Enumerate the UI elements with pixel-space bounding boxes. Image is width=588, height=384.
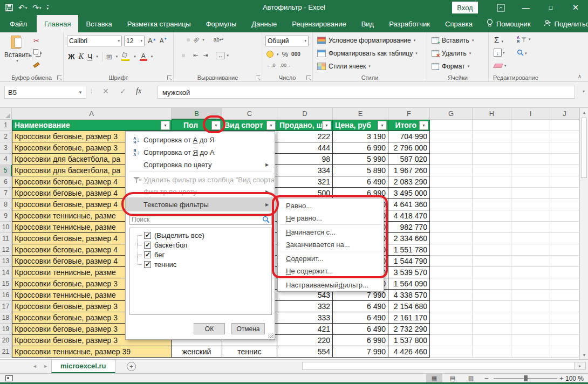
column-header-D[interactable]: D: [277, 108, 333, 120]
zoom-slider-thumb[interactable]: [524, 375, 528, 381]
empty-cell[interactable]: [550, 290, 579, 301]
scroll-right-icon[interactable]: ►: [575, 362, 585, 369]
column-header-E[interactable]: E: [333, 108, 388, 120]
row-header-14[interactable]: 14: [0, 267, 12, 278]
empty-cell[interactable]: [473, 210, 511, 222]
borders-button[interactable]: ⊞: [106, 53, 112, 61]
empty-cell[interactable]: [511, 176, 550, 188]
grid-cell-E17[interactable]: 6 490: [333, 301, 388, 312]
format-painter-icon[interactable]: [33, 60, 39, 68]
next-sheet-icon[interactable]: ►: [43, 364, 48, 369]
grid-cell-D7[interactable]: 500: [277, 188, 333, 199]
macro-record-icon[interactable]: [5, 375, 13, 381]
grid-cell-F2[interactable]: 704 990: [388, 131, 430, 142]
menu-item[interactable]: Фильтр по цвету▶: [126, 186, 274, 198]
row-header-18[interactable]: 18: [0, 312, 12, 324]
submenu-item[interactable]: Не равно...: [278, 212, 383, 224]
submenu-item[interactable]: Заканчивается на...: [278, 238, 383, 251]
empty-cell[interactable]: [511, 142, 550, 154]
grid-cell-E21[interactable]: 7 990: [333, 346, 388, 358]
minimize-button[interactable]: —: [514, 0, 538, 15]
font-dialog-launcher-icon[interactable]: [167, 76, 172, 80]
empty-cell[interactable]: [430, 165, 473, 176]
empty-cell[interactable]: [473, 324, 511, 335]
assistant-tab[interactable]: Помощник: [480, 15, 537, 32]
font-name-combo[interactable]: Calibri▾: [67, 36, 122, 46]
empty-cell[interactable]: [511, 154, 550, 165]
collapse-ribbon-icon[interactable]: ∧: [578, 73, 582, 79]
empty-cell[interactable]: [550, 131, 579, 142]
fill-color-button[interactable]: [121, 53, 130, 61]
empty-cell[interactable]: [430, 222, 473, 233]
zoom-level[interactable]: 100 %: [565, 375, 584, 382]
grid-cell-F12[interactable]: 1 551 780: [388, 244, 430, 256]
row-header-1[interactable]: 1: [0, 120, 12, 131]
grid-cell-B21[interactable]: женский: [172, 346, 222, 358]
grid-cell-D5[interactable]: 334: [277, 165, 333, 176]
row-header-2[interactable]: 2: [0, 131, 12, 142]
decrease-decimal-icon[interactable]: ,00→: [280, 63, 292, 68]
search-icon[interactable]: [262, 216, 270, 225]
empty-cell[interactable]: [550, 188, 579, 199]
table-header-cell[interactable]: Пол▼: [172, 120, 222, 131]
empty-cell[interactable]: [473, 165, 511, 176]
empty-cell[interactable]: [473, 199, 511, 210]
insert-function-icon[interactable]: fx: [136, 87, 141, 95]
row-header-10[interactable]: 10: [0, 222, 12, 233]
empty-cell[interactable]: [511, 120, 550, 131]
empty-cell[interactable]: [430, 210, 473, 222]
empty-cell[interactable]: [550, 346, 579, 358]
checkbox-checked[interactable]: [144, 232, 151, 239]
grid-cell-D18[interactable]: 333: [277, 312, 333, 324]
empty-cell[interactable]: [473, 312, 511, 324]
empty-cell[interactable]: [511, 290, 550, 301]
increase-decimal-icon[interactable]: ←,0: [266, 63, 276, 68]
page-layout-view-button[interactable]: ▤: [445, 374, 461, 382]
empty-cell[interactable]: [550, 199, 579, 210]
submenu-item[interactable]: Настраиваемый фильтр...: [278, 279, 383, 291]
empty-cell[interactable]: [550, 154, 579, 165]
empty-cell[interactable]: [430, 233, 473, 244]
ribbon-tab[interactable]: Главная: [37, 15, 78, 32]
empty-cell[interactable]: [473, 278, 511, 290]
menu-item[interactable]: Текстовые фильтры▶: [126, 197, 274, 211]
menu-item[interactable]: ЯА↓Сортировка от Я до А: [126, 146, 274, 159]
ribbon-tab[interactable]: Вид: [354, 15, 382, 32]
empty-cell[interactable]: [473, 256, 511, 267]
cut-icon[interactable]: ✂: [33, 37, 39, 45]
save-icon[interactable]: [5, 4, 13, 11]
grid-cell-D19[interactable]: 421: [277, 324, 333, 335]
customize-qat-icon[interactable]: ▾: [47, 5, 49, 10]
header-filter-button[interactable]: ▼: [211, 121, 221, 130]
empty-cell[interactable]: [550, 267, 579, 278]
grid-cell-F14[interactable]: 3 539 570: [388, 267, 430, 278]
align-center-button[interactable]: [182, 54, 185, 57]
ribbon-display-options-icon[interactable]: [495, 3, 506, 12]
vertical-scrollbar[interactable]: ▲ ▼: [579, 108, 588, 359]
underline-button[interactable]: Ч: [87, 52, 92, 61]
grid-cell-D20[interactable]: 220: [277, 335, 333, 346]
close-button[interactable]: ✕: [563, 0, 588, 15]
alignment-dialog-launcher-icon[interactable]: [256, 76, 260, 80]
vertical-scroll-thumb[interactable]: [581, 118, 587, 178]
empty-cell[interactable]: [473, 176, 511, 188]
empty-cell[interactable]: [511, 335, 550, 346]
empty-cell[interactable]: [550, 222, 579, 233]
header-filter-button[interactable]: ▼: [322, 121, 331, 130]
sign-in-button[interactable]: Вход: [452, 2, 478, 13]
paste-button[interactable]: Вставить ▾: [4, 35, 30, 63]
column-header-J[interactable]: J: [550, 108, 579, 120]
align-right-button[interactable]: [187, 54, 190, 57]
row-header-15[interactable]: 15: [0, 278, 12, 290]
header-filter-button[interactable]: ▼: [378, 121, 387, 130]
select-all-corner[interactable]: [0, 108, 12, 120]
comma-style-button[interactable]: 000: [291, 51, 300, 57]
ribbon-tab[interactable]: Рецензирование: [284, 15, 353, 32]
row-header-17[interactable]: 17: [0, 301, 12, 312]
row-header-13[interactable]: 13: [0, 256, 12, 267]
resize-grip[interactable]: [268, 333, 274, 338]
grid-cell-A21[interactable]: Кроссовки теннисные, размер 39: [12, 346, 172, 358]
empty-cell[interactable]: [430, 290, 473, 301]
empty-cell[interactable]: [511, 244, 550, 256]
grid-cell-E20[interactable]: 6 990: [333, 335, 388, 346]
